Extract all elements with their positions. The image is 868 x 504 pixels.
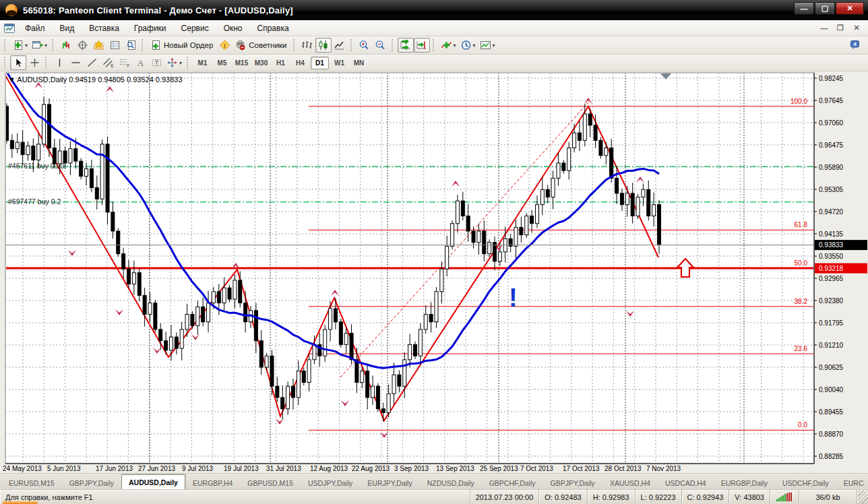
chart-tab-gbpjpy-daily[interactable]: GBPJPY,Daily	[62, 476, 121, 489]
timeframe-m1-button[interactable]: M1	[193, 57, 212, 69]
advisors-button[interactable]: Советники	[232, 38, 290, 53]
toolbar-separator	[52, 39, 55, 51]
svg-text:A: A	[137, 58, 144, 68]
channel-icon[interactable]: E	[100, 55, 116, 70]
chart-shift-icon[interactable]	[414, 38, 430, 53]
menu-item-справка[interactable]: Справка	[250, 21, 297, 36]
time-axis-label: 25 Sep 2013	[480, 465, 518, 472]
chart-tab-gbpchf-daily[interactable]: GBPCHF,Daily	[482, 476, 543, 489]
fib-level-label: 38.2	[795, 298, 808, 305]
text-icon[interactable]: A	[132, 55, 148, 70]
timeframe-h1-button[interactable]: H1	[272, 57, 290, 69]
toolbar-separator	[392, 39, 395, 51]
chart-tab-usdjpy-daily[interactable]: USDJPY,Daily	[301, 476, 360, 489]
chart-canvas[interactable]: #467611 buy 0.20#697477 buy 0.2!▼ AUDUSD…	[0, 71, 868, 473]
arrows-tool-icon[interactable]: ▾	[164, 55, 184, 70]
tick-chart-icon[interactable]	[58, 38, 74, 53]
timeframe-w1-button[interactable]: W1	[330, 57, 348, 69]
fibonacci-icon[interactable]: F	[116, 55, 132, 70]
timeframe-m30-button[interactable]: M30	[252, 57, 270, 69]
profiles-icon[interactable]: ▾	[30, 38, 49, 53]
market-watch-icon[interactable]	[106, 38, 123, 53]
close-button[interactable]: ✕	[836, 2, 864, 15]
chart-tab-nzdusd-daily[interactable]: NZDUSD,Daily	[420, 476, 482, 489]
chart-tab-eurgbp-daily[interactable]: EURGBP,Daily	[714, 476, 775, 489]
chart-tab-audusd-daily[interactable]: AUDUSD,Daily	[121, 474, 185, 489]
menu-item-окно[interactable]: Окно	[216, 21, 250, 36]
templates-icon[interactable]: ▾	[478, 38, 497, 53]
new-chart-icon[interactable]: ▾	[10, 38, 30, 53]
toolbar-separator	[350, 39, 354, 51]
bid-price-tag-text: 0.93833	[819, 241, 844, 249]
time-axis-label: 7 Oct 2013	[520, 465, 553, 472]
app-logo-icon	[5, 4, 18, 16]
child-close-button[interactable]: ✕	[850, 23, 863, 33]
fib-level-label: 23.6	[795, 345, 808, 352]
chart-area[interactable]: #467611 buy 0.20#697477 buy 0.2!▼ AUDUSD…	[0, 71, 868, 473]
dropdown-arrow-icon[interactable]: ▾	[473, 42, 476, 49]
chart-tab-eurusd-m15[interactable]: EURUSD,M15	[1, 476, 62, 489]
minimize-button[interactable]: —	[794, 2, 814, 15]
status-open-value: O: 0.92483	[539, 490, 587, 504]
toolbar-separator	[4, 57, 7, 69]
line-chart-icon[interactable]	[332, 38, 348, 53]
chart-tab-gbpjpy-daily[interactable]: GBPJPY,Daily	[543, 476, 602, 489]
price-axis-label: 0.97645	[819, 97, 844, 104]
menu-item-вид[interactable]: Вид	[53, 21, 82, 36]
chart-tab-eurc[interactable]: EURC	[836, 476, 868, 489]
candlestick-icon[interactable]	[315, 38, 332, 53]
exclamation-annotation[interactable]: !	[509, 284, 518, 312]
crosshair-icon[interactable]	[26, 55, 42, 70]
timeframe-m5-button[interactable]: M5	[213, 57, 231, 69]
cursor-icon[interactable]	[10, 55, 26, 70]
data-window-icon[interactable]	[123, 38, 139, 53]
resize-grip[interactable]	[857, 490, 868, 504]
horizontal-line-icon[interactable]	[67, 55, 84, 70]
chart-tab-eurjpy-daily[interactable]: EURJPY,Daily	[360, 476, 419, 489]
chart-tab-xauusd-h4[interactable]: XAUUSD,H4	[602, 476, 658, 489]
new-order-button[interactable]: Новый Ордер	[148, 38, 216, 53]
menu-item-графики[interactable]: Графики	[127, 21, 174, 36]
favorites-icon[interactable]	[90, 38, 106, 53]
order-label: #697477 buy 0.2	[8, 197, 61, 206]
toolbar-separator	[293, 39, 297, 51]
menu-item-сервис[interactable]: Сервис	[174, 21, 216, 36]
vertical-line-icon[interactable]	[51, 55, 67, 70]
dropdown-arrow-icon[interactable]: ▾	[454, 42, 456, 49]
maximize-button[interactable]: ▢	[815, 2, 835, 15]
zoom-out-icon[interactable]	[373, 38, 389, 53]
dropdown-arrow-icon[interactable]: ▾	[44, 42, 47, 49]
child-restore-button[interactable]: ❐	[834, 23, 846, 33]
status-low-value: L: 0.92223	[636, 490, 682, 504]
chart-tab-gbpusd-m15[interactable]: GBPUSD,M15	[240, 476, 301, 489]
chart-tab-eurgbp-h4[interactable]: EURGBP,H4	[185, 476, 240, 489]
dropdown-arrow-icon[interactable]: ▾	[493, 42, 495, 49]
price-axis-label: 0.90625	[819, 364, 844, 371]
alert-icon[interactable]: !	[216, 38, 232, 53]
menu-item-вставка[interactable]: Вставка	[82, 21, 127, 36]
timeframe-h4-button[interactable]: H4	[291, 57, 309, 69]
child-minimize-button[interactable]: —	[818, 23, 830, 33]
price-axis-label: 0.97060	[819, 119, 844, 127]
notification-bubble-icon[interactable]: 4	[846, 38, 863, 53]
menu-item-файл[interactable]: Файл	[18, 21, 53, 36]
crosshair-circle-icon[interactable]	[74, 38, 90, 53]
timeframe-mn-button[interactable]: MN	[350, 57, 368, 69]
toolbar-main: ▾▾Новый Ордер!Советники▾▾▾4	[0, 36, 868, 55]
dropdown-arrow-icon[interactable]: ▾	[179, 60, 182, 66]
chart-tab-usdchf-daily[interactable]: USDCHF,Daily	[775, 476, 836, 489]
timeframe-m15-button[interactable]: M15	[232, 57, 251, 69]
periods-icon[interactable]: ▾	[458, 38, 478, 53]
price-axis-label: 0.88870	[819, 431, 844, 438]
autoscroll-icon[interactable]	[398, 38, 414, 53]
timeframe-d1-button[interactable]: D1	[311, 57, 329, 69]
trendline-icon[interactable]	[84, 55, 100, 70]
bar-chart-icon[interactable]	[299, 38, 315, 53]
price-axis-label: 0.91795	[819, 319, 844, 327]
zoom-in-icon[interactable]	[356, 38, 373, 53]
dropdown-arrow-icon[interactable]: ▾	[25, 42, 28, 49]
text-label-icon[interactable]: T	[148, 55, 164, 70]
indicators-icon[interactable]: ▾	[439, 38, 458, 53]
chart-tab-usdcad-h4[interactable]: USDCAD,H4	[658, 476, 714, 489]
time-axis-label: 24 May 2013	[3, 465, 42, 472]
